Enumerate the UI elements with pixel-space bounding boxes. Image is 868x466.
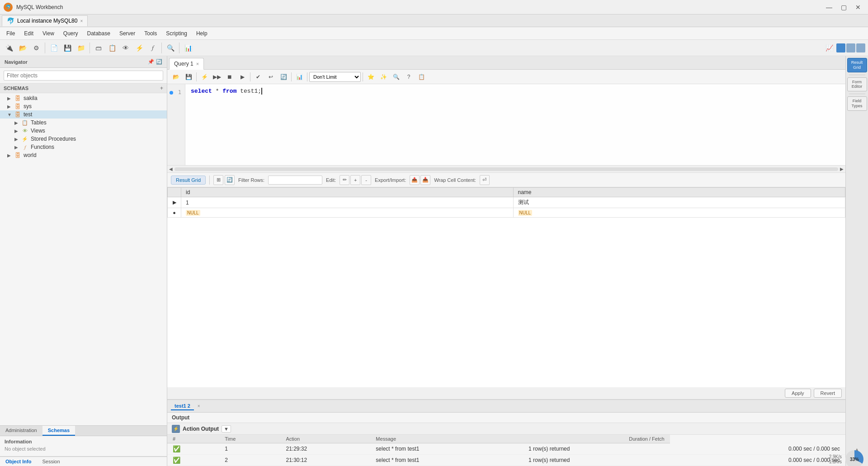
tab-object-info[interactable]: Object Info	[0, 457, 37, 466]
tab-schemas[interactable]: Schemas	[42, 426, 75, 436]
form-editor-edge-button[interactable]: Form Editor	[847, 77, 867, 92]
edge-sep-2	[849, 94, 865, 94]
folder-views[interactable]: ▶ 👁 Views	[0, 127, 167, 135]
new-conn-button[interactable]: 🔌	[3, 42, 15, 54]
menu-server[interactable]: Server	[115, 29, 140, 38]
menu-database[interactable]: Database	[83, 29, 115, 38]
edit-pencil-button[interactable]: ✏	[340, 175, 349, 185]
folder-stored-procedures[interactable]: ▶ ⚡ Stored Procedures	[0, 135, 167, 143]
find-button[interactable]: 🔍	[390, 71, 402, 82]
query-tab-1-close[interactable]: ×	[196, 61, 199, 67]
maximize-button[interactable]: ▢	[837, 3, 850, 12]
output-col-hash: #	[167, 435, 219, 443]
create-view-button[interactable]: 👁	[119, 42, 132, 54]
menu-scripting[interactable]: Scripting	[161, 29, 192, 38]
apply-button[interactable]: Apply	[785, 389, 811, 398]
resume-button[interactable]: ▶	[236, 71, 248, 82]
view-btn-1[interactable]	[836, 43, 845, 52]
create-proc-button[interactable]: ⚡	[133, 42, 146, 54]
action-output-dropdown[interactable]: ▼	[222, 425, 231, 433]
stop-button[interactable]: ⏹	[224, 71, 236, 82]
field-types-edge-button[interactable]: Field Types	[847, 96, 867, 111]
schema-sys[interactable]: ▶ 🗄 sys	[0, 102, 167, 110]
scroll-right-button[interactable]: ▶	[840, 166, 844, 171]
tab-administration[interactable]: Administration	[0, 426, 42, 436]
table-row[interactable]: ▶ 1 测试	[168, 197, 845, 208]
commit-button[interactable]: ✔	[252, 71, 264, 82]
result-grid-edge-button[interactable]: Result Grid	[847, 58, 867, 72]
minimize-button[interactable]: —	[823, 3, 835, 12]
open-script-button[interactable]: 📁	[75, 42, 87, 54]
cell-name-1[interactable]: 测试	[513, 197, 845, 208]
rollback-button[interactable]: ↩	[265, 71, 277, 82]
close-button[interactable]: ✕	[852, 3, 864, 12]
tables-icon: 📋	[21, 119, 29, 126]
refresh-result-button[interactable]: 🔄	[225, 175, 235, 185]
result-grid-tab[interactable]: Result Grid	[171, 176, 206, 185]
menu-file[interactable]: File	[2, 29, 19, 38]
wrap-button[interactable]: ⏎	[480, 175, 490, 185]
tab-session[interactable]: Session	[37, 457, 65, 466]
edit-plus-button[interactable]: +	[350, 175, 360, 185]
create-table-button[interactable]: 📋	[106, 42, 118, 54]
edit-minus-button[interactable]: -	[361, 175, 371, 185]
toggle-auto-button[interactable]: 🔄	[278, 71, 289, 82]
horizontal-scrollbar[interactable]	[175, 167, 838, 171]
filter-rows-input[interactable]	[268, 176, 322, 185]
instance-tab[interactable]: 🐬 Local instance MySQL80 ×	[2, 15, 88, 26]
run-all-button[interactable]: ▶▶	[211, 71, 223, 82]
schemas-icon-1[interactable]: +	[160, 85, 163, 91]
create-schema-button[interactable]: 🗃	[92, 42, 105, 54]
save-sql-button[interactable]: 💾	[61, 42, 74, 54]
reverse-engineer-button[interactable]: 📊	[182, 42, 194, 54]
menu-help[interactable]: Help	[192, 29, 212, 38]
open-sql-button[interactable]: 📄	[47, 42, 60, 54]
cell-id-1[interactable]: 1	[181, 197, 514, 208]
output-tab-close[interactable]: ×	[198, 404, 200, 409]
create-func-button[interactable]: 𝑓	[146, 42, 159, 54]
beautify-button[interactable]: ✨	[377, 71, 389, 82]
save-file-button[interactable]: 💾	[183, 71, 194, 82]
col-id[interactable]: id	[181, 188, 514, 197]
open-file-button[interactable]: 📂	[170, 71, 182, 82]
grid-view-button[interactable]: ⊞	[213, 175, 223, 185]
run-query-button[interactable]: ⚡	[198, 71, 210, 82]
schema-test[interactable]: ▼ 🗄 test	[0, 110, 167, 119]
status-circle[interactable]: 33%	[845, 450, 863, 466]
menu-view[interactable]: View	[38, 29, 59, 38]
pin-icon[interactable]: 📌	[148, 59, 154, 65]
manage-conn-button[interactable]: ⚙	[30, 42, 42, 54]
explain-button[interactable]: 📋	[415, 71, 427, 82]
cell-id-2[interactable]: NULL	[181, 208, 514, 218]
export-button[interactable]: 📤	[410, 175, 420, 185]
query-tab-1[interactable]: Query 1 ×	[169, 58, 204, 70]
menu-tools[interactable]: Tools	[140, 29, 161, 38]
limit-dropdown[interactable]: Don't Limit Limit to 10 rows Limit to 10…	[309, 72, 361, 82]
bookmark-button[interactable]: ⭐	[365, 71, 377, 82]
open-button[interactable]: 📂	[16, 42, 29, 54]
menu-query[interactable]: Query	[59, 29, 83, 38]
revert-button[interactable]: Revert	[814, 389, 842, 398]
inspect-button[interactable]: 🔍	[164, 42, 177, 54]
menu-edit[interactable]: Edit	[19, 29, 38, 38]
output-tab-test1[interactable]: test1 2	[171, 402, 194, 410]
schema-world[interactable]: ▶ 🗄 world	[0, 151, 167, 159]
import-button[interactable]: 📥	[420, 175, 430, 185]
scroll-left-button[interactable]: ◀	[169, 166, 173, 171]
folder-tables[interactable]: ▶ 📋 Tables	[0, 119, 167, 127]
toggle-output-button[interactable]: 📊	[293, 71, 305, 82]
folder-functions[interactable]: ▶ 𝑓 Functions	[0, 143, 167, 151]
app-title: MySQL Workbench	[16, 4, 823, 10]
search-input[interactable]	[4, 71, 163, 81]
instance-tab-close[interactable]: ×	[80, 19, 83, 24]
sql-content[interactable]: select * from test1;	[185, 84, 845, 165]
schema-sakila[interactable]: ▶ 🗄 sakila	[0, 94, 167, 102]
context-button[interactable]: ?	[403, 71, 415, 82]
refresh-icon[interactable]: 🔄	[156, 59, 162, 65]
view-btn-3[interactable]	[856, 43, 865, 52]
table-row[interactable]: ● NULL NULL	[168, 208, 845, 218]
col-name[interactable]: name	[513, 188, 845, 197]
view-btn-2[interactable]	[846, 43, 855, 52]
performance-button[interactable]: 📈	[823, 42, 835, 54]
cell-name-2[interactable]: NULL	[513, 208, 845, 218]
